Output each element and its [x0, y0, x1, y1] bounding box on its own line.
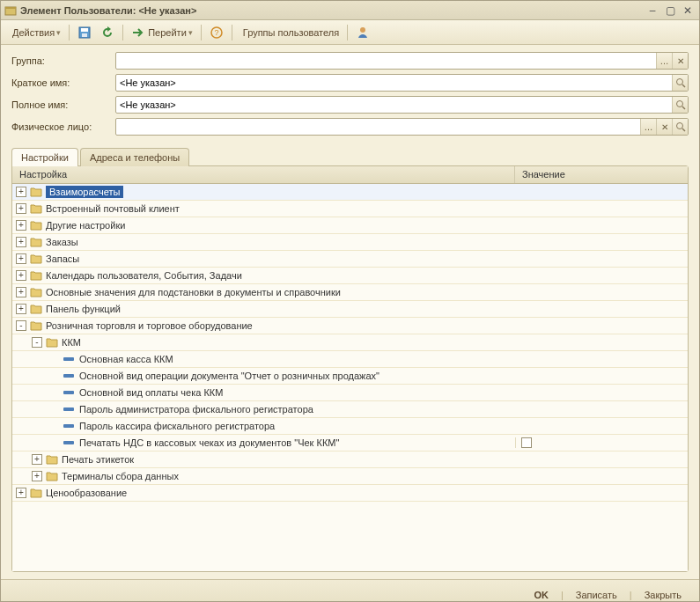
titlebar: Элемент Пользователи: <Не указан> – ▢ ✕ [1, 1, 699, 20]
tree-row[interactable]: Пароль администратора фискального регист… [12, 401, 688, 418]
tree-row[interactable]: -ККМ [12, 334, 688, 351]
svg-line-13 [682, 128, 685, 131]
col-header-value[interactable]: Значение [515, 166, 688, 183]
lookup-button[interactable] [672, 75, 688, 91]
select-button[interactable]: … [640, 119, 656, 135]
svg-point-12 [676, 123, 682, 129]
group-input[interactable] [116, 53, 656, 69]
save-button[interactable]: Записать [569, 587, 624, 603]
shortname-field[interactable] [115, 74, 689, 92]
checkbox[interactable] [521, 437, 532, 448]
person-input[interactable] [116, 119, 640, 135]
tree-value-cell[interactable] [515, 437, 688, 448]
tree-row[interactable]: Печатать НДС в кассовых чеках из докумен… [12, 435, 688, 452]
lookup-button[interactable] [672, 119, 688, 135]
expand-icon[interactable]: + [32, 471, 42, 481]
collapse-icon[interactable]: - [32, 337, 42, 348]
tree-row[interactable]: +Заказы [12, 234, 688, 251]
expand-icon[interactable]: + [16, 287, 26, 297]
expand-icon[interactable]: + [16, 270, 26, 281]
user-tool[interactable] [352, 23, 373, 42]
dropdown-caret-icon: ▾ [188, 28, 193, 37]
tree-row[interactable]: +Печать этикеток [12, 452, 688, 468]
tree-row[interactable]: Основной вид операции документа "Отчет о… [12, 368, 688, 385]
tree-node-label: Печать этикеток [62, 454, 134, 465]
user-groups-menu[interactable]: Группы пользователя [237, 23, 343, 42]
tree-node-label: Основная касса ККМ [79, 354, 173, 364]
tree-row[interactable]: +Ценообразование [12, 485, 688, 502]
col-header-name[interactable]: Настройка [12, 166, 515, 183]
maximize-button[interactable]: ▢ [662, 4, 678, 18]
fullname-label: Полное имя: [11, 99, 115, 110]
tree-row[interactable]: +Календарь пользователя, События, Задачи [12, 268, 688, 284]
tree-row[interactable]: Пароль кассира фискального регистратора [12, 418, 688, 435]
fullname-input[interactable] [116, 97, 672, 113]
expand-icon[interactable]: + [16, 304, 26, 314]
group-field[interactable]: … ✕ [115, 52, 689, 70]
leaf-icon [63, 357, 74, 361]
lookup-button[interactable] [672, 97, 688, 113]
tab-settings[interactable]: Настройки [11, 148, 78, 166]
tree-row[interactable]: +Встроенный почтовый клиент [12, 201, 688, 217]
help-tool[interactable]: ? [206, 23, 227, 42]
tree-row[interactable]: +Терминалы сбора данных [12, 468, 688, 485]
tree-node-label: Основные значения для подстановки в доку… [46, 287, 341, 297]
expand-icon[interactable]: + [16, 237, 26, 247]
ok-button[interactable]: OK [527, 587, 556, 603]
leaf-icon [63, 424, 74, 428]
svg-point-10 [676, 101, 682, 107]
person-field[interactable]: … ✕ [115, 118, 689, 136]
fullname-field[interactable] [115, 96, 689, 114]
close-button[interactable]: ✕ [680, 4, 696, 18]
save-icon [77, 26, 92, 40]
folder-icon [30, 237, 42, 247]
expander-spacer [48, 371, 58, 381]
tree-row[interactable]: Основной вид оплаты чека ККМ [12, 385, 688, 401]
tree-row[interactable]: +Взаиморасчеты [12, 184, 688, 201]
tree-node-label: Пароль администратора фискального регист… [79, 404, 313, 415]
expander-spacer [48, 437, 58, 448]
expand-icon[interactable]: + [16, 187, 26, 197]
expand-icon[interactable]: + [16, 203, 26, 214]
app-icon [4, 4, 17, 17]
minimize-button[interactable]: – [645, 4, 660, 18]
folder-icon [30, 270, 42, 281]
person-label: Физическое лицо: [11, 121, 115, 132]
expand-icon[interactable]: + [32, 454, 42, 465]
expand-icon[interactable]: + [16, 220, 26, 231]
tab-addresses[interactable]: Адреса и телефоны [80, 148, 189, 166]
tree-node-label: Другие настройки [46, 220, 125, 231]
user-groups-label: Группы пользователя [243, 27, 339, 38]
settings-tree[interactable]: +Взаиморасчеты+Встроенный почтовый клиен… [12, 184, 688, 571]
tree-row[interactable]: +Панель функций [12, 301, 688, 318]
clear-button[interactable]: ✕ [656, 119, 672, 135]
tree-row[interactable]: -Розничная торговля и торговое оборудова… [12, 318, 688, 334]
select-button[interactable]: … [656, 53, 672, 69]
collapse-icon[interactable]: - [16, 320, 26, 331]
expand-icon[interactable]: + [16, 488, 26, 498]
footer: OK | Записать | Закрыть [1, 579, 699, 602]
tree-row[interactable]: +Основные значения для подстановки в док… [12, 284, 688, 301]
leaf-icon [63, 441, 74, 444]
user-icon [356, 26, 370, 40]
close-button[interactable]: Закрыть [637, 587, 689, 603]
clear-button[interactable]: ✕ [672, 53, 688, 69]
tree-row[interactable]: +Другие настройки [12, 217, 688, 234]
expander-spacer [48, 421, 58, 431]
folder-icon [30, 488, 42, 498]
actions-menu[interactable]: Действия ▾ [6, 23, 64, 42]
tree-node-label: Пароль кассира фискального регистратора [79, 421, 275, 431]
expand-icon[interactable]: + [16, 253, 26, 264]
refresh-tool[interactable] [97, 23, 118, 42]
goto-icon [131, 26, 145, 40]
leaf-icon [63, 407, 74, 411]
save-tool[interactable] [74, 23, 95, 42]
goto-menu[interactable]: Перейти ▾ [128, 23, 196, 42]
shortname-input[interactable] [116, 75, 672, 91]
tree-node-label: ККМ [62, 337, 81, 348]
tabstrip: Настройки Адреса и телефоны [1, 147, 699, 165]
folder-icon [30, 287, 42, 297]
tree-row[interactable]: Основная касса ККМ [12, 351, 688, 368]
tree-row[interactable]: +Запасы [12, 251, 688, 268]
tree-node-label: Розничная торговля и торговое оборудован… [46, 320, 253, 331]
